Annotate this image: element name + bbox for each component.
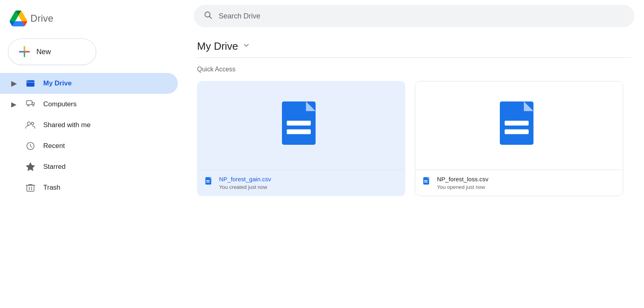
plus-icon [18, 45, 31, 58]
svg-line-22 [209, 16, 211, 18]
main-content: My Drive Quick Access [184, 0, 644, 308]
shared-icon [25, 120, 36, 131]
sidebar-item-shared[interactable]: Shared with me [0, 115, 178, 136]
star-icon [25, 161, 36, 172]
file-details-1: NP_forest_gain.csv You created just now [219, 176, 398, 190]
svg-rect-34 [424, 182, 428, 182]
section-title: Quick Access [197, 66, 631, 73]
expand-icon: ▶ [10, 79, 18, 87]
file-small-icon-1 [205, 176, 213, 185]
file-doc-icon-1 [281, 101, 321, 150]
file-preview-1 [197, 81, 405, 170]
file-meta-2: You opened just now [437, 184, 616, 190]
sidebar-item-recent[interactable]: Recent [0, 136, 178, 156]
svg-marker-16 [26, 163, 34, 170]
sidebar-item-starred[interactable]: Starred [0, 156, 178, 177]
sidebar: Drive New ▶ My Drive ▶ [0, 0, 184, 308]
file-small-icon-2 [423, 176, 431, 185]
search-icon [203, 10, 212, 22]
file-info-1: NP_forest_gain.csv You created just now [197, 170, 405, 196]
svg-rect-33 [424, 180, 428, 181]
file-meta-1: You created just now [219, 184, 398, 190]
title-dropdown-icon[interactable] [242, 41, 250, 51]
svg-rect-31 [505, 130, 529, 134]
svg-point-13 [27, 122, 30, 125]
trash-icon [25, 182, 36, 193]
starred-label: Starred [43, 163, 66, 171]
logo-area: Drive [0, 6, 184, 34]
computers-expand-icon: ▶ [10, 100, 18, 108]
svg-rect-5 [26, 82, 34, 83]
drive-logo-icon [10, 10, 27, 26]
computer-icon [25, 99, 36, 110]
sidebar-item-computers[interactable]: ▶ Computers [0, 94, 178, 115]
my-drive-icon [25, 78, 36, 89]
file-card-1[interactable]: NP_forest_gain.csv You created just now [197, 81, 405, 196]
page-title-area: My Drive [197, 34, 631, 58]
trash-label: Trash [43, 184, 60, 192]
files-grid: NP_forest_gain.csv You created just now [197, 81, 631, 196]
svg-rect-30 [505, 121, 529, 126]
file-details-2: NP_forest_loss.csv You opened just now [437, 176, 616, 190]
recent-label: Recent [43, 142, 65, 150]
search-bar[interactable] [194, 5, 634, 27]
svg-rect-8 [32, 103, 34, 105]
file-name-2: NP_forest_loss.csv [437, 176, 616, 182]
file-name-1: NP_forest_gain.csv [219, 176, 398, 182]
svg-rect-25 [287, 130, 311, 134]
page-title: My Drive [197, 40, 238, 53]
shared-label: Shared with me [43, 121, 91, 129]
svg-point-14 [31, 122, 34, 125]
svg-rect-24 [287, 121, 311, 126]
file-doc-icon-2 [499, 101, 539, 150]
clock-icon [25, 140, 36, 152]
sidebar-item-trash[interactable]: Trash [0, 177, 178, 198]
new-button[interactable]: New [8, 38, 96, 65]
svg-rect-27 [206, 180, 210, 181]
app-title: Drive [30, 13, 54, 24]
svg-point-6 [27, 81, 28, 81]
svg-rect-7 [26, 101, 32, 105]
content-area: My Drive Quick Access [184, 34, 644, 308]
new-button-label: New [36, 48, 51, 56]
sidebar-item-my-drive[interactable]: ▶ My Drive [0, 73, 178, 94]
file-preview-2 [415, 81, 623, 170]
svg-rect-17 [27, 185, 34, 191]
svg-rect-28 [206, 182, 210, 182]
my-drive-label: My Drive [43, 79, 72, 87]
search-input[interactable] [219, 12, 625, 20]
sidebar-nav: ▶ My Drive ▶ [0, 73, 184, 198]
computers-label: Computers [43, 100, 76, 108]
file-card-2[interactable]: NP_forest_loss.csv You opened just now [415, 81, 623, 196]
file-info-2: NP_forest_loss.csv You opened just now [415, 170, 623, 196]
